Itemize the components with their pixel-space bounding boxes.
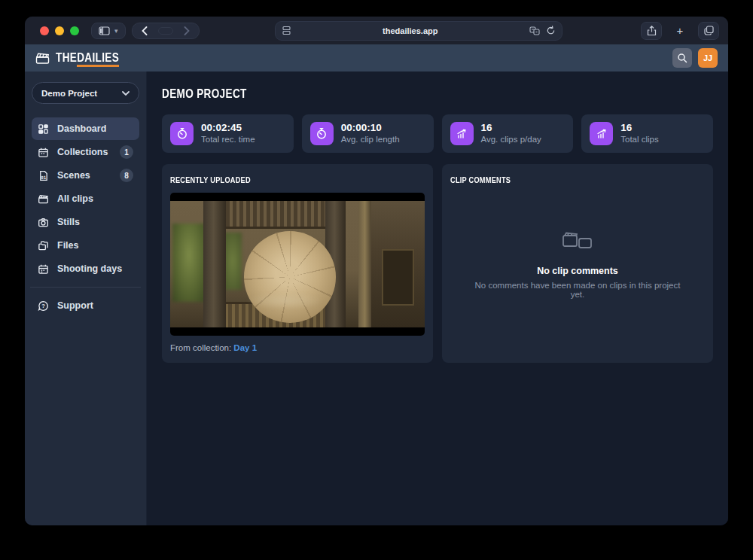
sidebar-item-label: Collections [57, 147, 112, 157]
toolbar-right-group: + [641, 22, 719, 40]
stat-label: Total clips [620, 134, 659, 145]
panels-row: RECENTLY UPLOADED From collection: Day 1 [162, 164, 713, 363]
translate-icon[interactable] [529, 26, 541, 35]
clip-video-frame [170, 201, 425, 327]
sidebar-nav: Dashboard Collections 1 01 [32, 117, 139, 317]
recent-clip-thumbnail[interactable] [170, 193, 425, 336]
app-header: THEDAILIES JJ [25, 44, 728, 72]
desktop-background: ▾ thedailies.app [0, 0, 753, 560]
share-icon[interactable] [641, 22, 662, 40]
browser-window: ▾ thedailies.app [25, 17, 728, 525]
stats-row: 00:02:45 Total rec. time 00:00:10 Avg. c… [162, 114, 713, 153]
scene-document-icon: 01 [38, 169, 50, 181]
user-avatar[interactable]: JJ [698, 48, 718, 68]
app-logo-text: THEDAILIES [56, 50, 119, 65]
sidebar-toggle-group[interactable]: ▾ [91, 23, 126, 39]
stat-label: Total rec. time [201, 134, 255, 145]
sidebar-item-stills[interactable]: Stills [32, 211, 139, 233]
collections-count-badge: 1 [120, 145, 133, 159]
sidebar-item-label: Stills [57, 217, 133, 227]
sidebar-item-label: Dashboard [57, 123, 133, 134]
app-logo[interactable]: THEDAILIES [35, 50, 135, 65]
sidebar-item-collections[interactable]: Collections 1 [32, 141, 139, 163]
forward-button[interactable] [184, 26, 190, 35]
sidebar-item-label: All clips [57, 193, 133, 204]
clapperboard-logo-icon [35, 52, 50, 65]
sidebar-divider [30, 287, 141, 288]
empty-state-subtitle: No comments have been made on clips in t… [468, 281, 687, 299]
clip-comments-panel: CLIP COMMENTS No clip comments No commen… [442, 164, 713, 363]
zoom-window-button[interactable] [70, 26, 79, 35]
url-text[interactable]: thedailies.app [291, 26, 529, 35]
clapperboard-icon [38, 193, 50, 205]
clip-comment-empty-icon [562, 231, 593, 251]
chevron-down-icon[interactable]: ▾ [114, 27, 118, 35]
project-select[interactable]: Demo Project [32, 82, 139, 104]
history-nav-group [132, 23, 200, 39]
new-tab-button[interactable]: + [669, 22, 691, 40]
calendar-icon [38, 263, 50, 275]
files-copy-icon [38, 239, 50, 251]
camera-icon [38, 216, 50, 228]
bar-chart-icon [450, 122, 474, 145]
sidebar-item-all-clips[interactable]: All clips [32, 187, 139, 210]
clip-caption: From collection: Day 1 [170, 343, 425, 352]
panel-title: RECENTLY UPLOADED [170, 175, 251, 184]
app-body: Demo Project Dashboard [25, 72, 728, 525]
stat-card-total-rec-time: 00:02:45 Total rec. time [162, 114, 294, 153]
calendar-icon [38, 146, 50, 158]
timer-icon [170, 122, 194, 145]
sidebar-item-label: Scenes [57, 170, 112, 181]
browser-sidebar-icon[interactable] [99, 26, 110, 35]
project-select-value: Demo Project [41, 89, 97, 98]
address-bar[interactable]: thedailies.app [275, 21, 562, 41]
stat-card-avg-clip-length: 00:00:10 Avg. clip length [302, 114, 434, 153]
stat-label: Avg. clip length [341, 134, 400, 145]
stat-value: 16 [620, 122, 659, 135]
sidebar-item-shooting-days[interactable]: Shooting days [32, 257, 139, 280]
stat-card-total-clips: 16 Total clips [581, 114, 713, 153]
page-title: DEMO PROJECT [162, 87, 247, 102]
dashboard-grid-icon [38, 123, 50, 135]
window-controls [40, 26, 79, 35]
stat-value: 00:00:10 [341, 122, 400, 135]
back-button[interactable] [142, 26, 148, 35]
svg-text:?: ? [41, 303, 45, 309]
header-actions: JJ [672, 48, 718, 68]
sidebar-item-dashboard[interactable]: Dashboard [32, 117, 139, 140]
panel-title: CLIP COMMENTS [450, 175, 511, 184]
main-content: DEMO PROJECT 00:02:45 Total rec. time [147, 72, 728, 525]
sidebar-item-label: Shooting days [57, 263, 133, 274]
search-button[interactable] [672, 48, 692, 68]
sidebar: Demo Project Dashboard [25, 72, 147, 525]
recently-uploaded-panel: RECENTLY UPLOADED From collection: Day 1 [162, 164, 433, 363]
svg-text:01: 01 [41, 175, 46, 180]
stat-card-avg-clips-per-day: 16 Avg. clips p/day [442, 114, 574, 153]
help-bubble-icon: ? [38, 300, 50, 312]
sidebar-item-label: Files [57, 240, 133, 251]
timer-icon [310, 122, 334, 145]
bar-chart-icon [590, 122, 613, 145]
stat-label: Avg. clips p/day [481, 134, 541, 145]
sidebar-item-scenes[interactable]: 01 Scenes 8 [32, 164, 139, 187]
tab-overview-icon[interactable] [698, 22, 719, 40]
sidebar-item-label: Support [57, 300, 133, 311]
reload-icon[interactable] [546, 26, 556, 35]
reader-icon[interactable] [282, 26, 291, 35]
sidebar-item-files[interactable]: Files [32, 234, 139, 257]
sidebar-item-support[interactable]: ? Support [32, 294, 139, 317]
browser-toolbar: ▾ thedailies.app [25, 17, 728, 44]
scenes-count-badge: 8 [120, 169, 133, 182]
stat-value: 16 [481, 122, 541, 135]
empty-state: No clip comments No comments have been m… [450, 186, 705, 344]
collection-link[interactable]: Day 1 [233, 343, 257, 352]
chevron-down-icon [122, 91, 130, 96]
empty-state-title: No clip comments [537, 266, 618, 276]
stat-value: 00:02:45 [201, 122, 255, 135]
minimize-window-button[interactable] [55, 26, 64, 35]
close-window-button[interactable] [40, 26, 49, 35]
